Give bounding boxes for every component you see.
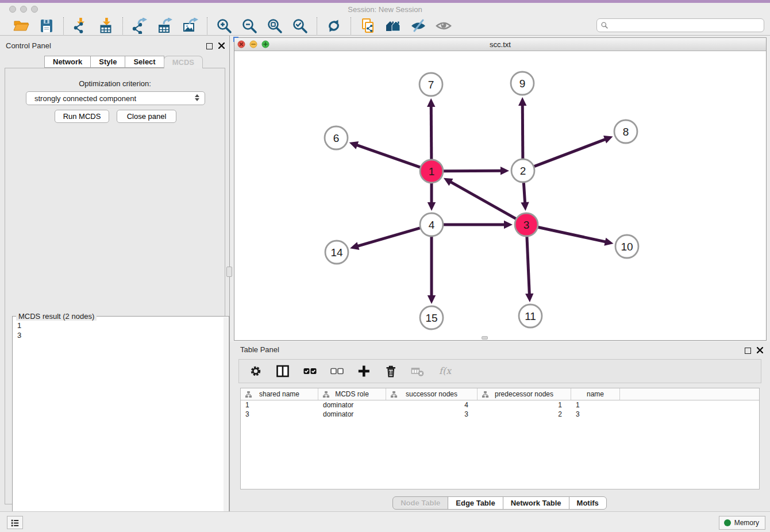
graph-node-7[interactable]: 7 [419,73,442,96]
search-icon [600,21,609,29]
canvas-scroll-thumb[interactable] [482,336,488,340]
graph-node-2[interactable]: 2 [511,159,534,182]
tab-edge-table[interactable]: Edge Table [448,496,503,510]
table-settings-button[interactable] [247,363,264,380]
cell-shared-name[interactable]: 3 [241,410,318,419]
tab-network[interactable]: Network [44,56,91,68]
column-header-shared-name[interactable]: shared name [241,388,318,400]
graph-edge-3-10[interactable] [538,227,606,242]
graph-edge-2-9[interactable] [522,105,523,159]
graph-node-1[interactable]: 1 [420,160,443,183]
import-network-icon [72,18,88,34]
refresh-layout-button[interactable] [325,17,342,34]
graph-edge-3-11[interactable] [527,237,529,295]
deselect-all-icon [330,364,344,378]
graph-node-6[interactable]: 6 [325,126,348,149]
graph-arrowhead [349,141,359,149]
graph-edge-4-14[interactable] [357,228,420,246]
save-session-button[interactable] [38,17,55,34]
graph-edge-2-3[interactable] [523,183,525,203]
close-panel-icon[interactable] [218,41,225,51]
network-canvas[interactable]: 7968124314101511 [234,51,766,340]
cell-MCDS-role[interactable]: dominator [318,400,386,410]
graph-node-3[interactable]: 3 [515,213,538,236]
toggle-style-button[interactable] [410,17,427,34]
result-line: 3 [17,330,224,340]
cell-successor-nodes[interactable]: 3 [386,410,478,419]
session-title: Session: New Session [0,5,770,14]
graph-edge-3-1[interactable] [450,182,515,219]
select-all-button[interactable] [301,363,318,380]
tab-node-table[interactable]: Node Table [392,496,448,510]
search-box[interactable] [596,18,764,32]
panel-splitter-handle[interactable] [226,267,232,277]
table-header-row: shared nameMCDS rolesuccessor nodesprede… [241,388,759,400]
graph-node-10[interactable]: 10 [615,235,638,258]
table-row[interactable]: 3dominator323 [241,410,759,419]
memory-button[interactable]: Memory [719,516,765,530]
cell-predecessor-nodes[interactable]: 2 [478,410,571,419]
select-all-icon [303,364,317,378]
cell-MCDS-role[interactable]: dominator [318,410,386,419]
cell-name[interactable]: 3 [571,410,620,419]
cell-shared-name[interactable]: 1 [241,400,318,410]
mcds-result-lines: 13 [13,317,229,344]
open-session-button[interactable] [13,17,30,34]
tab-network-table[interactable]: Network Table [503,496,569,510]
float-panel-icon[interactable] [206,43,213,49]
import-table-icon [98,18,114,34]
close-panel-button[interactable]: Close panel [117,110,176,123]
graph-node-4[interactable]: 4 [420,213,443,236]
deselect-all-button[interactable] [328,363,345,380]
graph-node-15[interactable]: 15 [420,306,443,329]
cell-predecessor-nodes[interactable]: 1 [478,400,571,410]
column-header-successor-nodes[interactable]: successor nodes [386,388,478,400]
float-table-panel-icon[interactable] [745,348,751,354]
tab-select[interactable]: Select [125,56,164,68]
run-mcds-button[interactable]: Run MCDS [55,110,109,123]
column-header-predecessor-nodes[interactable]: predecessor nodes [478,388,571,400]
tab-motifs[interactable]: Motifs [569,496,607,510]
cell-successor-nodes[interactable]: 4 [386,400,478,410]
graph-edge-1-6[interactable] [356,145,420,167]
table-panel-tabs: Node TableEdge TableNetwork TableMotifs [230,496,770,510]
home-view-button[interactable] [384,17,402,34]
criterion-dropdown[interactable]: strongly connected component [26,91,205,105]
graph-edge-1-7[interactable] [431,106,432,159]
svg-text:14: 14 [330,246,343,259]
graph-edge-2-8[interactable] [534,139,606,166]
result-scrollbar[interactable] [224,317,228,532]
export-image-button[interactable] [182,17,199,34]
tab-mcds[interactable]: MCDS [164,56,203,68]
import-table-button[interactable] [97,17,114,34]
export-network-button[interactable] [131,17,148,34]
task-history-button[interactable] [7,516,23,529]
graph-node-9[interactable]: 9 [511,72,534,95]
table-row[interactable]: 1dominator411 [241,400,759,410]
graph-arrowhead [350,242,359,250]
column-header-MCDS-role[interactable]: MCDS role [318,388,386,400]
zoom-selected-button[interactable] [291,17,309,34]
search-input[interactable] [609,20,764,31]
add-row-button[interactable] [355,363,372,380]
graph-node-8[interactable]: 8 [614,120,637,143]
export-table-button[interactable] [156,17,174,34]
delete-row-button[interactable] [382,363,399,380]
close-table-panel-icon[interactable] [757,345,763,356]
column-header-name[interactable]: name [571,388,620,400]
duplicate-network-button[interactable] [359,17,376,34]
control-panel-title: Control Panel [6,41,51,50]
zoom-out-button[interactable] [241,17,258,34]
graph-node-11[interactable]: 11 [519,304,542,327]
zoom-fit-button[interactable] [266,17,283,34]
graph-node-14[interactable]: 14 [325,241,348,264]
show-hide-view-button[interactable] [435,17,452,34]
network-window-titlebar[interactable]: scc.txt [234,38,766,51]
toggle-column-view-button[interactable] [274,363,291,380]
tab-style[interactable]: Style [90,56,125,68]
graph-edge-1-2[interactable] [444,171,502,171]
svg-text:1: 1 [429,165,435,178]
cell-name[interactable]: 1 [571,400,620,410]
import-network-button[interactable] [72,17,89,34]
zoom-in-button[interactable] [215,17,233,34]
